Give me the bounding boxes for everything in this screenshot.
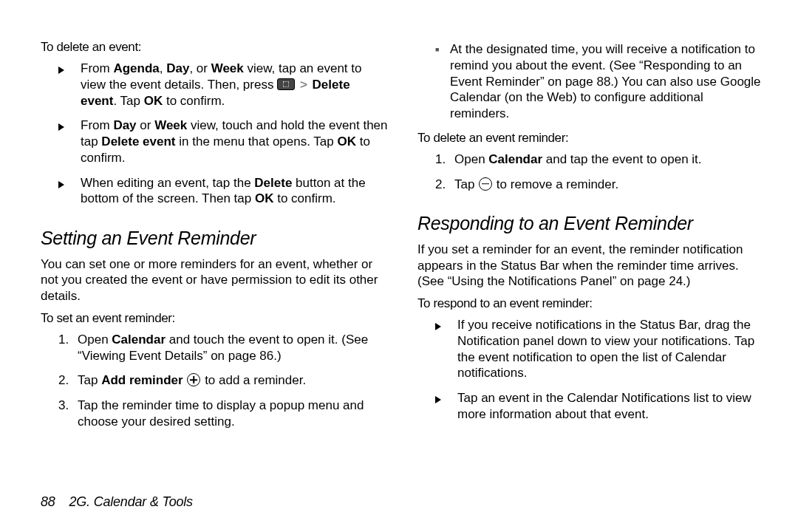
paragraph: You can set one or more reminders for an… bbox=[41, 256, 388, 304]
delete-reminder-list: 1. Open Calendar and tap the event to op… bbox=[417, 151, 765, 193]
list-item: If you receive notifications in the Stat… bbox=[417, 317, 765, 381]
heading-responding-reminder: Responding to an Event Reminder bbox=[417, 213, 765, 234]
list-item: Tap an event in the Calendar Notificatio… bbox=[417, 390, 765, 423]
list-text: Tap Add reminder to add a reminder. bbox=[78, 372, 388, 389]
square-bullet-icon: ■ bbox=[435, 46, 450, 55]
plus-circle-icon bbox=[187, 373, 200, 386]
page-footer: 88 2G. Calendar & Tools bbox=[41, 494, 193, 510]
triangle-bullet-icon bbox=[58, 177, 81, 193]
list-text: From Day or Week view, touch and hold th… bbox=[81, 117, 388, 166]
triangle-bullet-icon bbox=[435, 318, 457, 335]
label-delete-event: To delete an event: bbox=[41, 40, 388, 55]
list-text: If you receive notifications in the Stat… bbox=[457, 317, 765, 381]
label-respond-reminder: To respond to an event reminder: bbox=[417, 296, 765, 311]
delete-event-list: From Agenda, Day, or Week view, tap an e… bbox=[41, 61, 388, 207]
left-column: To delete an event: From Agenda, Day, or… bbox=[41, 37, 388, 439]
continued-list: ■ At the designated time, you will recei… bbox=[417, 41, 765, 122]
menu-key-icon bbox=[277, 78, 295, 90]
triangle-bullet-icon bbox=[435, 392, 457, 408]
list-number: 2. bbox=[58, 372, 78, 389]
list-number: 3. bbox=[58, 398, 78, 414]
minus-circle-icon bbox=[479, 177, 492, 191]
list-item: ■ At the designated time, you will recei… bbox=[417, 41, 765, 122]
list-item: From Agenda, Day, or Week view, tap an e… bbox=[41, 61, 388, 109]
two-column-layout: To delete an event: From Agenda, Day, or… bbox=[41, 37, 768, 439]
list-text: Tap to remove a reminder. bbox=[454, 177, 765, 193]
list-item: 2. Tap to remove a reminder. bbox=[417, 177, 765, 193]
label-delete-reminder: To delete an event reminder: bbox=[417, 131, 765, 146]
list-item: 1. Open Calendar and touch the event to … bbox=[41, 332, 388, 364]
list-text: At the designated time, you will receive… bbox=[450, 41, 765, 122]
paragraph: If you set a reminder for an event, the … bbox=[417, 242, 765, 289]
list-text: Tap an event in the Calendar Notificatio… bbox=[457, 390, 765, 423]
respond-reminder-list: If you receive notifications in the Stat… bbox=[417, 317, 765, 423]
list-number: 1. bbox=[58, 332, 78, 348]
manual-page: To delete an event: From Agenda, Day, or… bbox=[0, 0, 798, 532]
list-text: From Agenda, Day, or Week view, tap an e… bbox=[81, 61, 388, 109]
triangle-bullet-icon bbox=[58, 119, 81, 135]
heading-setting-reminder: Setting an Event Reminder bbox=[41, 228, 388, 249]
list-item: From Day or Week view, touch and hold th… bbox=[41, 117, 388, 166]
list-item: When editing an event, tap the Delete bu… bbox=[41, 175, 388, 208]
page-number: 88 bbox=[41, 494, 55, 509]
list-number: 2. bbox=[435, 177, 454, 193]
list-item: 3. Tap the reminder time to display a po… bbox=[41, 398, 388, 430]
list-text: Open Calendar and touch the event to ope… bbox=[78, 332, 388, 364]
right-column: ■ At the designated time, you will recei… bbox=[417, 37, 765, 439]
list-text: When editing an event, tap the Delete bu… bbox=[81, 175, 388, 208]
triangle-bullet-icon bbox=[58, 62, 81, 78]
section-title: 2G. Calendar & Tools bbox=[69, 494, 192, 509]
list-text: Tap the reminder time to display a popup… bbox=[78, 398, 388, 430]
list-item: 1. Open Calendar and tap the event to op… bbox=[417, 151, 765, 168]
list-number: 1. bbox=[435, 151, 454, 168]
chevron-right-icon: > bbox=[300, 77, 307, 93]
label-set-reminder: To set an event reminder: bbox=[41, 311, 388, 326]
set-reminder-list: 1. Open Calendar and touch the event to … bbox=[41, 332, 388, 430]
list-item: 2. Tap Add reminder to add a reminder. bbox=[41, 372, 388, 389]
list-text: Open Calendar and tap the event to open … bbox=[454, 151, 765, 168]
